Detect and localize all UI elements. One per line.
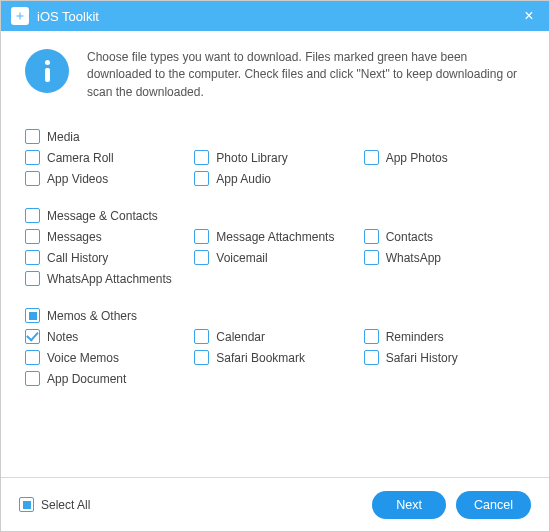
item-memos-others-6-row[interactable]: App Document <box>25 371 186 386</box>
item-message-contacts-6-row[interactable]: WhatsApp Attachments <box>25 271 186 286</box>
item-memos-others-6-checkbox[interactable] <box>25 371 40 386</box>
item-memos-others-3-row[interactable]: Voice Memos <box>25 350 186 365</box>
cancel-button[interactable]: Cancel <box>456 491 531 519</box>
select-all-checkbox[interactable] <box>19 497 34 512</box>
item-message-contacts-3-checkbox[interactable] <box>25 250 40 265</box>
item-media-1-label: Photo Library <box>216 151 287 165</box>
group-message-contacts-header-row[interactable]: Message & Contacts <box>25 208 525 223</box>
item-media-3-checkbox[interactable] <box>25 171 40 186</box>
group-header: Memos & Others <box>25 308 525 323</box>
item-message-contacts-0-row[interactable]: Messages <box>25 229 186 244</box>
group-items: Camera RollPhoto LibraryApp PhotosApp Vi… <box>25 150 525 186</box>
group-items: NotesCalendarRemindersVoice MemosSafari … <box>25 329 525 386</box>
item-message-contacts-0-checkbox[interactable] <box>25 229 40 244</box>
item-media-4-checkbox[interactable] <box>194 171 209 186</box>
group-header: Media <box>25 129 525 144</box>
item-media-4-row[interactable]: App Audio <box>194 171 355 186</box>
item-memos-others-2-checkbox[interactable] <box>364 329 379 344</box>
item-media-3-row[interactable]: App Videos <box>25 171 186 186</box>
item-message-contacts-1-checkbox[interactable] <box>194 229 209 244</box>
next-button[interactable]: Next <box>372 491 446 519</box>
group-memos-others: Memos & OthersNotesCalendarRemindersVoic… <box>25 308 525 386</box>
item-message-contacts-1-row[interactable]: Message Attachments <box>194 229 355 244</box>
item-media-2-label: App Photos <box>386 151 448 165</box>
item-memos-others-3-checkbox[interactable] <box>25 350 40 365</box>
window-title: iOS Toolkit <box>37 9 519 24</box>
item-message-contacts-4-row[interactable]: Voicemail <box>194 250 355 265</box>
item-message-contacts-2-label: Contacts <box>386 230 433 244</box>
close-icon[interactable]: × <box>519 7 539 25</box>
item-media-2-row[interactable]: App Photos <box>364 150 525 165</box>
item-memos-others-0-row[interactable]: Notes <box>25 329 186 344</box>
item-message-contacts-3-row[interactable]: Call History <box>25 250 186 265</box>
item-message-contacts-6-label: WhatsApp Attachments <box>47 272 172 286</box>
item-media-4-label: App Audio <box>216 172 271 186</box>
item-media-2-checkbox[interactable] <box>364 150 379 165</box>
item-message-contacts-3-label: Call History <box>47 251 108 265</box>
item-media-0-checkbox[interactable] <box>25 150 40 165</box>
item-media-0-label: Camera Roll <box>47 151 114 165</box>
info-row: Choose file types you want to download. … <box>25 49 525 101</box>
item-memos-others-4-label: Safari Bookmark <box>216 351 305 365</box>
select-all-checkbox-row[interactable]: Select All <box>19 497 362 512</box>
item-memos-others-4-row[interactable]: Safari Bookmark <box>194 350 355 365</box>
group-media-header-row[interactable]: Media <box>25 129 525 144</box>
item-memos-others-4-checkbox[interactable] <box>194 350 209 365</box>
group-media-header-label: Media <box>47 130 80 144</box>
titlebar: iOS Toolkit × <box>1 1 549 31</box>
item-memos-others-3-label: Voice Memos <box>47 351 119 365</box>
item-memos-others-1-label: Calendar <box>216 330 265 344</box>
item-memos-others-1-checkbox[interactable] <box>194 329 209 344</box>
item-message-contacts-6-checkbox[interactable] <box>25 271 40 286</box>
group-media-header-checkbox[interactable] <box>25 129 40 144</box>
group-media: MediaCamera RollPhoto LibraryApp PhotosA… <box>25 129 525 186</box>
group-memos-others-header-label: Memos & Others <box>47 309 137 323</box>
file-type-groups: MediaCamera RollPhoto LibraryApp PhotosA… <box>25 129 525 386</box>
group-items: MessagesMessage AttachmentsContactsCall … <box>25 229 525 286</box>
item-memos-others-5-checkbox[interactable] <box>364 350 379 365</box>
group-message-contacts: Message & ContactsMessagesMessage Attach… <box>25 208 525 286</box>
item-memos-others-6-label: App Document <box>47 372 126 386</box>
item-memos-others-5-row[interactable]: Safari History <box>364 350 525 365</box>
item-message-contacts-0-label: Messages <box>47 230 102 244</box>
item-message-contacts-2-checkbox[interactable] <box>364 229 379 244</box>
item-media-1-row[interactable]: Photo Library <box>194 150 355 165</box>
app-icon <box>11 7 29 25</box>
item-message-contacts-5-row[interactable]: WhatsApp <box>364 250 525 265</box>
item-message-contacts-1-label: Message Attachments <box>216 230 334 244</box>
item-memos-others-0-label: Notes <box>47 330 78 344</box>
item-media-3-label: App Videos <box>47 172 108 186</box>
item-memos-others-2-label: Reminders <box>386 330 444 344</box>
footer: Select All Next Cancel <box>1 477 549 531</box>
item-message-contacts-4-label: Voicemail <box>216 251 267 265</box>
group-message-contacts-header-label: Message & Contacts <box>47 209 158 223</box>
group-memos-others-header-row[interactable]: Memos & Others <box>25 308 525 323</box>
select-all-row: Select All <box>19 497 362 512</box>
item-memos-others-5-label: Safari History <box>386 351 458 365</box>
info-icon <box>25 49 69 93</box>
group-message-contacts-header-checkbox[interactable] <box>25 208 40 223</box>
content-area: Choose file types you want to download. … <box>1 31 549 386</box>
item-media-0-row[interactable]: Camera Roll <box>25 150 186 165</box>
item-memos-others-1-row[interactable]: Calendar <box>194 329 355 344</box>
select-all-label: Select All <box>41 498 90 512</box>
item-message-contacts-2-row[interactable]: Contacts <box>364 229 525 244</box>
item-memos-others-0-checkbox[interactable] <box>25 329 40 344</box>
item-message-contacts-5-label: WhatsApp <box>386 251 441 265</box>
group-memos-others-header-checkbox[interactable] <box>25 308 40 323</box>
item-media-1-checkbox[interactable] <box>194 150 209 165</box>
item-message-contacts-4-checkbox[interactable] <box>194 250 209 265</box>
item-memos-others-2-row[interactable]: Reminders <box>364 329 525 344</box>
item-message-contacts-5-checkbox[interactable] <box>364 250 379 265</box>
info-text: Choose file types you want to download. … <box>87 49 525 101</box>
group-header: Message & Contacts <box>25 208 525 223</box>
